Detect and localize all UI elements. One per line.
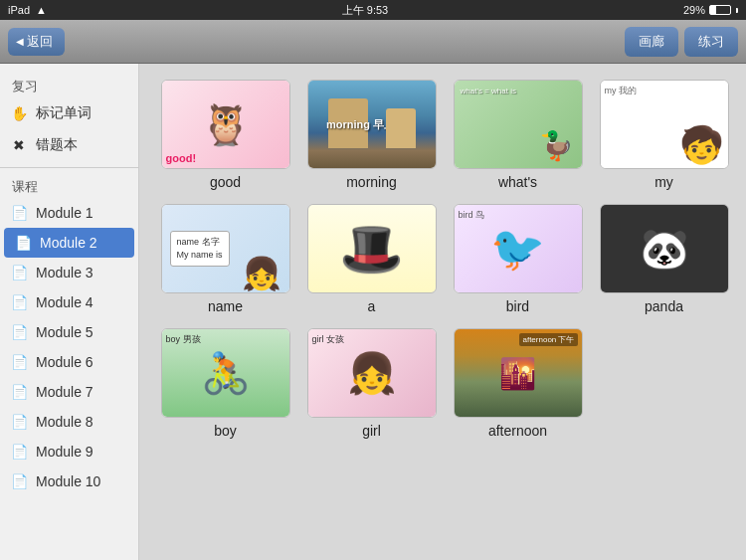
hat-emoji: 🎩 [339, 219, 404, 280]
module-2-label: Module 2 [40, 235, 97, 251]
sidebar-item-module-9[interactable]: 📄 Module 9 [0, 437, 138, 467]
module-10-label: Module 10 [36, 473, 100, 489]
status-right: 29% [683, 4, 738, 16]
nav-bar: 返回 画廊 练习 [0, 20, 746, 64]
card-morning[interactable]: morning 早上好！ morning [305, 80, 438, 190]
module-icon: 📄 [10, 265, 28, 280]
module-icon: 📄 [10, 414, 28, 430]
card-boy[interactable]: boy 男孩 🚴 boy [159, 328, 291, 439]
card-whats[interactable]: what's = what is 🦆 what's [452, 80, 584, 190]
card-image-name: name 名字My name is 👧 [161, 204, 290, 293]
courses-section-title: 课程 [0, 174, 138, 198]
battery-icon [709, 5, 731, 15]
card-label-boy: boy [214, 423, 237, 439]
card-grid: 🦉 good! good morning 早上好！ morning [159, 80, 730, 439]
card-image-bird: bird 鸟 🐦 [454, 204, 583, 293]
sidebar-item-module-10[interactable]: 📄 Module 10 [0, 467, 138, 496]
nav-right-buttons: 画廊 练习 [625, 27, 738, 57]
sidebar-item-module-1[interactable]: 📄 Module 1 [0, 198, 138, 228]
card-image-whats: what's = what is 🦆 [454, 80, 583, 169]
card-image-afternoon: afternoon 下午 🌇 [454, 328, 583, 418]
sidebar: 复习 ✋ 标记单词 ✖ 错题本 课程 📄 Module 1 📄 Module 2… [0, 64, 139, 560]
owl-emoji: 🦉 [201, 101, 251, 148]
sidebar-item-wrong-book[interactable]: ✖ 错题本 [0, 129, 138, 161]
card-image-morning: morning 早上好！ [307, 80, 437, 169]
card-label-name: name [208, 298, 243, 314]
name-illustration: name 名字My name is 👧 [162, 205, 289, 292]
module-icon: 📄 [10, 324, 28, 340]
battery-nub [736, 8, 738, 13]
module-4-label: Module 4 [36, 294, 93, 310]
my-illustration: my 我的 🧒 [601, 81, 728, 168]
gallery-button[interactable]: 画廊 [625, 27, 678, 57]
module-icon: 📄 [10, 384, 28, 400]
afternoon-illustration: afternoon 下午 🌇 [455, 329, 582, 417]
sidebar-item-module-2[interactable]: 📄 Module 2 [4, 228, 134, 258]
girl-illustration: girl 女孩 👧 [308, 329, 436, 417]
card-a[interactable]: 🎩 a [305, 204, 438, 314]
back-button[interactable]: 返回 [8, 28, 65, 56]
card-name[interactable]: name 名字My name is 👧 name [159, 204, 291, 314]
card-good[interactable]: 🦉 good! good [159, 80, 291, 190]
ipad-label: iPad [8, 4, 30, 16]
card-girl[interactable]: girl 女孩 👧 girl [305, 328, 438, 439]
sidebar-item-module-8[interactable]: 📄 Module 8 [0, 407, 138, 437]
wifi-icon: ▲ [36, 4, 47, 16]
my-card-text: my 我的 [605, 85, 638, 97]
card-my[interactable]: my 我的 🧒 my [598, 80, 730, 190]
card-image-girl: girl 女孩 👧 [307, 328, 437, 418]
card-panda[interactable]: 🐼 panda [598, 204, 730, 314]
afternoon-card-text: afternoon 下午 [519, 333, 577, 346]
card-label-panda: panda [645, 298, 683, 314]
module-icon: 📄 [14, 235, 32, 251]
card-label-afternoon: afternoon [488, 423, 547, 439]
module-1-label: Module 1 [36, 205, 93, 221]
card-image-boy: boy 男孩 🚴 [161, 328, 290, 418]
module-5-label: Module 5 [36, 324, 93, 340]
girl-card-text: girl 女孩 [312, 333, 345, 346]
morning-illustration: morning 早上好！ [308, 81, 436, 168]
module-7-label: Module 7 [36, 384, 93, 400]
module-icon: 📄 [10, 473, 28, 489]
boy-illustration: boy 男孩 🚴 [162, 329, 289, 417]
module-3-label: Module 3 [36, 265, 93, 280]
boy-card-text: boy 男孩 [166, 333, 201, 346]
bird-card-text: bird 鸟 [459, 209, 485, 222]
panda-illustration: 🐼 [601, 205, 728, 292]
wrong-book-icon: ✖ [10, 137, 28, 153]
module-8-label: Module 8 [36, 414, 93, 430]
module-6-label: Module 6 [36, 354, 93, 370]
practice-button[interactable]: 练习 [684, 27, 738, 57]
whats-card-text: what's = what is [461, 87, 516, 95]
person-emoji: 🧒 [679, 124, 724, 166]
bird-illustration: bird 鸟 🐦 [455, 205, 582, 292]
sidebar-item-module-5[interactable]: 📄 Module 5 [0, 317, 138, 347]
girl-emoji: 👧 [347, 350, 397, 397]
wrong-book-label: 错题本 [36, 136, 78, 154]
panda-emoji: 🐼 [640, 226, 689, 273]
morning-card-text: morning 早上好！ [326, 117, 417, 132]
sidebar-item-module-4[interactable]: 📄 Module 4 [0, 287, 138, 317]
module-9-label: Module 9 [36, 444, 93, 460]
whats-illustration: what's = what is 🦆 [455, 81, 582, 168]
name-paper: name 名字My name is [170, 231, 230, 266]
sidebar-item-module-6[interactable]: 📄 Module 6 [0, 347, 138, 377]
card-image-good: 🦉 good! [161, 80, 290, 169]
card-image-panda: 🐼 [600, 204, 729, 293]
battery-percent: 29% [683, 4, 705, 16]
card-label-bird: bird [506, 298, 529, 314]
module-icon: 📄 [10, 444, 28, 460]
good-illustration: 🦉 good! [162, 81, 289, 168]
good-card-text: good! [166, 152, 197, 164]
sidebar-item-module-3[interactable]: 📄 Module 3 [0, 258, 138, 287]
card-bird[interactable]: bird 鸟 🐦 bird [452, 204, 584, 314]
card-afternoon[interactable]: afternoon 下午 🌇 afternoon [452, 328, 584, 439]
status-bar: iPad ▲ 上午 9:53 29% [0, 0, 746, 20]
card-label-morning: morning [346, 174, 397, 190]
sidebar-item-mark-words[interactable]: ✋ 标记单词 [0, 97, 138, 129]
module-icon: 📄 [10, 354, 28, 370]
sidebar-item-module-7[interactable]: 📄 Module 7 [0, 377, 138, 407]
module-icon: 📄 [10, 294, 28, 310]
card-label-a: a [368, 298, 376, 314]
mark-words-label: 标记单词 [36, 104, 92, 122]
